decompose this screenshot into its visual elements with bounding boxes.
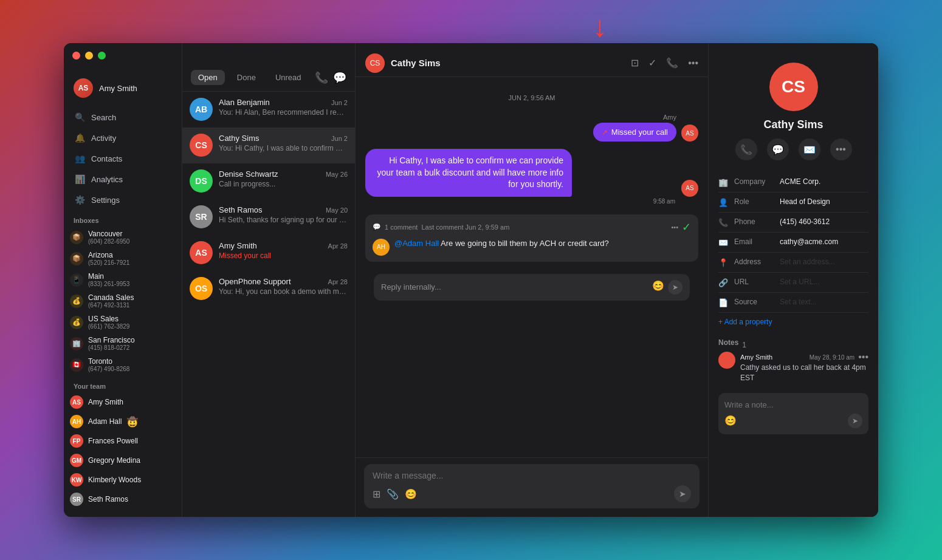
- sidebar-user[interactable]: AS Amy Smith: [64, 73, 182, 108]
- chat-contact-name: Cathy Sims: [391, 58, 625, 68]
- avatar: AS: [74, 78, 93, 98]
- conv-amy-smith[interactable]: AS Amy Smith Apr 28 Missed your call: [182, 235, 355, 271]
- more-icon[interactable]: •••: [688, 58, 698, 69]
- message-icon[interactable]: 💬: [333, 71, 346, 84]
- inbox-main[interactable]: 📱 Main (833) 261-9953: [64, 269, 182, 290]
- sidebar-item-activity[interactable]: 🔔 Activity: [69, 128, 177, 148]
- inbox-icon: 💰: [70, 316, 83, 329]
- inbox-vancouver[interactable]: 📦 Vancouver (604) 282-6950: [64, 227, 182, 248]
- conv-alan-benjamin[interactable]: AB Alan Benjamin Jun 2 You: Hi Alan, Ben…: [182, 92, 355, 128]
- inbox-icon: 🏢: [70, 337, 83, 350]
- date-divider: JUN 2, 9:56 AM: [365, 94, 698, 101]
- send-reply-icon[interactable]: ➤: [668, 280, 682, 295]
- message-input[interactable]: [373, 471, 691, 480]
- emoji-icon[interactable]: 😊: [652, 280, 664, 295]
- settings-icon: ⚙️: [75, 195, 85, 205]
- note-input[interactable]: [724, 400, 862, 409]
- source-icon: 📄: [718, 298, 728, 307]
- inbox-icon: 💰: [70, 295, 83, 308]
- team-gregory-medina[interactable]: GM Gregory Medina: [64, 451, 182, 470]
- mention: @Adam Hall: [394, 239, 439, 248]
- sidebar-item-settings[interactable]: ⚙️ Settings: [69, 190, 177, 210]
- close-button[interactable]: [72, 52, 80, 60]
- conv-cathy-sims[interactable]: CS Cathy Sims Jun 2 You: Hi Cathy, I was…: [182, 128, 355, 163]
- conv-denise-schwartz[interactable]: DS Denise Schwartz May 26 Call in progre…: [182, 163, 355, 199]
- phone-header-icon[interactable]: 📞: [666, 57, 678, 69]
- chat-header: CS Cathy Sims ⊡ ✓ 📞 •••: [356, 43, 708, 77]
- notes-count: 1: [742, 341, 746, 349]
- avatar: GM: [70, 454, 83, 467]
- minimize-button[interactable]: [85, 52, 93, 60]
- note-avatar: [718, 352, 735, 369]
- inbox-icon: 📦: [70, 252, 83, 265]
- sidebar-item-search[interactable]: 🔍 Search: [69, 108, 177, 127]
- note-more-icon[interactable]: •••: [858, 352, 868, 363]
- inbox-icon: 🇨🇦: [70, 358, 83, 372]
- notes-section: Notes 1 Amy Smith May 28, 9:10 am ••• Ca…: [718, 338, 868, 388]
- team-amy-smith[interactable]: AS Amy Smith: [64, 392, 182, 412]
- phone-info-icon: 📞: [718, 218, 728, 227]
- inbox-icon: 📦: [70, 231, 83, 244]
- conv-list-header: Open Done Unread 📞 💬: [182, 61, 355, 92]
- avatar: AB: [190, 98, 213, 121]
- team-seth-ramos[interactable]: SR Seth Ramos: [64, 490, 182, 509]
- maximize-button[interactable]: [98, 52, 106, 60]
- add-property-button[interactable]: + Add a property: [718, 313, 868, 331]
- snippet-icon[interactable]: ⊞: [373, 488, 380, 500]
- team-section-title: Your team: [64, 375, 182, 392]
- inbox-canada-sales[interactable]: 💰 Canada Sales (647) 492-3131: [64, 290, 182, 312]
- note-emoji-icon[interactable]: 😊: [724, 415, 737, 426]
- avatar: OS: [190, 277, 213, 300]
- contact-name-large: Cathy Sims: [718, 118, 868, 131]
- bell-icon: 🔔: [75, 133, 85, 143]
- info-source: 📄 Source Set a text...: [718, 293, 868, 313]
- sidebar-item-analytics[interactable]: 📊 Analytics: [69, 169, 177, 189]
- chat-input-area: ⊞ 📎 😊 ➤: [356, 457, 708, 517]
- message-bubble: Hi Cathy, I was able to confirm we can p…: [365, 149, 572, 197]
- team-kimberly-woods[interactable]: KW Kimberly Woods: [64, 470, 182, 490]
- inbox-san-francisco[interactable]: 🏢 San Francisco (415) 818-0272: [64, 333, 182, 354]
- inboxes-list: 📦 Vancouver (604) 282-6950 📦 Arizona (52…: [64, 227, 182, 375]
- sidebar-nav: 🔍 Search 🔔 Activity 👥 Contacts 📊 Analyti…: [64, 108, 182, 210]
- info-phone: 📞 Phone (415) 460-3612: [718, 213, 868, 233]
- inbox-arizona[interactable]: 📦 Arizona (520) 216-7921: [64, 248, 182, 269]
- conv-openphone-support[interactable]: OS OpenPhone Support Apr 28 You: Hi, you…: [182, 271, 355, 307]
- chat-input-actions: ⊞ 📎 😊 ➤: [373, 485, 691, 502]
- tab-open[interactable]: Open: [191, 70, 225, 85]
- contact-actions: 📞 💬 ✉️ •••: [718, 138, 868, 160]
- reply-internally-box[interactable]: Reply internally... 😊 ➤: [374, 274, 690, 301]
- team-frances-powell[interactable]: FP Frances Powell: [64, 431, 182, 451]
- more-action-button[interactable]: •••: [830, 138, 852, 160]
- building-icon: 🏢: [718, 178, 728, 187]
- call-action-button[interactable]: 📞: [735, 138, 757, 160]
- check-icon[interactable]: ✓: [648, 57, 656, 69]
- tab-unread[interactable]: Unread: [268, 70, 309, 85]
- more-options-icon[interactable]: •••: [671, 224, 678, 231]
- email-action-button[interactable]: ✉️: [799, 138, 820, 160]
- message-action-button[interactable]: 💬: [767, 138, 789, 160]
- info-address: 📍 Address Set an address...: [718, 253, 868, 273]
- note-send-button[interactable]: ➤: [848, 414, 862, 428]
- avatar: SR: [190, 205, 213, 228]
- send-button[interactable]: ➤: [674, 485, 691, 502]
- team-list: AS Amy Smith AH Adam Hall 🤠 FP Frances P…: [64, 392, 182, 509]
- sidebar-item-contacts[interactable]: 👥 Contacts: [69, 149, 177, 168]
- message-time: 9:58 am: [365, 198, 675, 205]
- emoji-input-icon[interactable]: 😊: [405, 488, 417, 500]
- note-item: Amy Smith May 28, 9:10 am ••• Cathy aske…: [718, 352, 868, 383]
- attachment-icon[interactable]: 📎: [387, 488, 399, 500]
- phone-icon[interactable]: 📞: [315, 71, 328, 84]
- team-adam-hall[interactable]: AH Adam Hall 🤠: [64, 412, 182, 431]
- inboxes-section-title: Inboxes: [64, 210, 182, 227]
- expand-icon[interactable]: ⊡: [631, 57, 639, 69]
- sender-label: Amy: [365, 114, 676, 121]
- inbox-us-sales[interactable]: 💰 US Sales (661) 762-3829: [64, 312, 182, 333]
- avatar: AS: [70, 395, 83, 409]
- conv-seth-ramos[interactable]: SR Seth Ramos May 20 Hi Seth, thanks for…: [182, 199, 355, 235]
- tab-done[interactable]: Done: [230, 70, 263, 85]
- inbox-icon: 📱: [70, 273, 83, 287]
- inbox-toronto[interactable]: 🇨🇦 Toronto (647) 490-8268: [64, 354, 182, 375]
- missed-call-arrow-icon: ↗: [602, 128, 608, 137]
- search-icon: 🔍: [75, 112, 85, 122]
- avatar: AS: [190, 241, 213, 264]
